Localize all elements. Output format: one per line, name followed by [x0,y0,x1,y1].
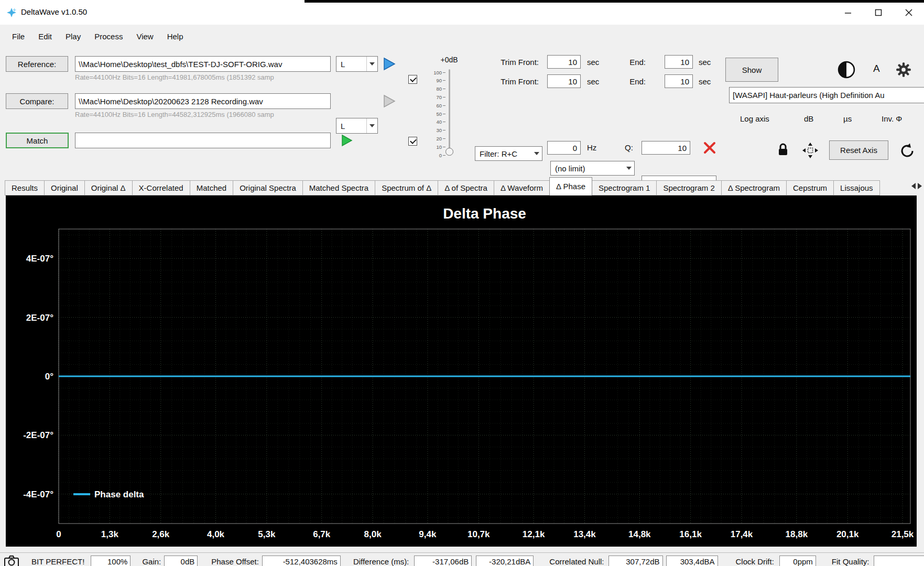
tab-matched[interactable]: Matched [190,180,234,195]
tab-scroll-left-icon[interactable] [911,183,916,189]
notch-clear-button[interactable] [702,140,717,155]
x-tick-label: 21,5k [892,529,914,539]
tab-original-delta[interactable]: Original Δ [84,180,133,195]
trim-end-input-2[interactable]: 10 [665,74,693,88]
x-tick-label: 6,7k [313,529,331,539]
trim-front-input-2[interactable]: 10 [547,74,581,88]
menu-play[interactable]: Play [59,29,88,44]
tab-original-spectra[interactable]: Original Spectra [233,180,303,195]
reset-axis-button[interactable]: Reset Axis [829,140,888,160]
compare-enable-checkbox[interactable] [408,137,417,146]
compare-play-button[interactable] [382,94,396,108]
tab-delta-phase[interactable]: Δ Phase [549,177,592,195]
correlated-null-label: Correlated Null: [549,557,604,566]
trim-front-input-1[interactable]: 10 [547,55,581,69]
compare-info: Rate=44100Hz Bits=16 Length=44582,312925… [75,111,335,119]
maximize-button[interactable] [863,0,894,25]
notch-q-label: Q: [625,143,633,152]
auto-label[interactable]: A [873,63,880,74]
reference-path-input[interactable]: \\Mac\Home\Desktop\test_dbfs\TEST-DJ-SOF… [75,56,331,72]
x-tick-label: 18,8k [786,529,808,539]
refresh-icon[interactable] [899,143,915,159]
delta-phase-chart[interactable]: 01,3k2,6k4,0k5,3k6,7k8,0k9,4k10,7k12,1k1… [6,195,917,547]
tab-results[interactable]: Results [5,180,45,195]
volume-slider-track[interactable] [449,69,450,152]
tab-scroll-right-icon[interactable] [918,183,922,189]
x-tick-label: 16,1k [679,529,702,539]
correlated-null-db-field: 307,72dB [608,556,663,566]
tab-x-correlated[interactable]: X-Correlated [132,180,190,195]
maximize-icon [875,9,882,16]
x-tick-label: 1,3k [101,529,119,539]
limit-select-1[interactable]: (no limit) [550,161,635,176]
chevron-down-icon [369,124,375,127]
statusbar: BIT PERFECT! 100% Gain: 0dB Phase Offset… [0,552,924,566]
match-input[interactable] [75,133,331,148]
close-button[interactable] [894,0,924,25]
trim-end-input-1[interactable]: 10 [665,55,693,69]
tab-matched-spectra[interactable]: Matched Spectra [302,180,375,195]
output-device-select[interactable]: [WASAPI] Haut-parleurs (High Definition … [729,87,924,103]
tab-delta-waveform[interactable]: Δ Waveform [494,180,550,195]
fit-quality-label: Fit Quality: [832,557,869,566]
volume-tick: 60 [422,103,445,108]
menu-file[interactable]: File [5,29,31,44]
match-play-button[interactable] [340,134,353,147]
lock-icon[interactable] [777,142,789,157]
tab-delta-spectrogram[interactable]: Δ Spectrogram [721,180,787,195]
menu-process[interactable]: Process [88,29,129,44]
tab-spectrogram-2[interactable]: Spectrogram 2 [656,180,721,195]
x-tick-label: 9,4k [419,529,437,539]
menu-help[interactable]: Help [160,29,190,44]
gear-icon[interactable] [895,61,912,78]
volume-percent-field: 100% [91,556,131,566]
tab-spectrum-of-delta[interactable]: Spectrum of Δ [375,180,438,195]
trim-front-unit-2: sec [587,77,599,86]
volume-slider-thumb[interactable] [445,148,453,156]
y-tick-label: -2E-07° [23,430,53,440]
tab-original[interactable]: Original [44,180,85,195]
x-tick-label: 2,6k [152,529,170,539]
window-title: DeltaWave v1.0.50 [21,7,87,16]
reference-button[interactable]: Reference: [6,56,68,72]
show-button[interactable]: Show [725,58,778,82]
volume-tick: 30 [422,128,445,133]
reference-info: Rate=44100Hz Bits=16 Length=41981,678005… [75,73,335,82]
contrast-icon[interactable] [838,61,855,79]
filter-select-1[interactable]: Filter: R+C [475,146,542,161]
fit-quality-field [874,556,924,566]
tab-delta-of-spectra[interactable]: Δ of Spectra [438,180,494,195]
tab-scroll-buttons [901,177,924,195]
us-label: µs [843,114,852,123]
reference-channel-select[interactable]: L [336,56,378,72]
tab-spectrogram-1[interactable]: Spectrogram 1 [592,180,657,195]
match-button[interactable]: Match [6,133,69,148]
reference-play-button[interactable] [382,57,396,71]
compare-channel-value: L [341,122,345,130]
gain-field: 0dB [164,556,198,566]
reference-enable-checkbox[interactable] [408,75,417,84]
menu-edit[interactable]: Edit [31,29,59,44]
minimize-button[interactable] [833,0,863,25]
volume-slider: +0dB 1009080706050403020100 [422,50,471,171]
tab-cepstrum[interactable]: Cepstrum [786,180,834,195]
x-tick-label: 0 [56,529,61,539]
chevron-down-icon [369,62,375,66]
compare-path-input[interactable]: \\Mac\Home\Desktop\20200623 2128 Recordi… [75,93,331,109]
volume-tick: 70 [422,94,445,100]
volume-tick: 20 [422,136,445,141]
chevron-down-icon [534,152,539,155]
compare-button[interactable]: Compare: [6,93,68,109]
pan-icon[interactable] [802,142,819,159]
x-tick-label: 8,0k [364,529,382,539]
compare-channel-select[interactable]: L [336,118,378,134]
notch-freq-input[interactable]: 0 [547,141,581,155]
notch-q-input[interactable]: 10 [642,141,690,155]
volume-tick: 80 [422,86,445,92]
tab-lissajous[interactable]: Lissajous [833,180,880,195]
menubar: File Edit Play Process View Help [0,25,924,48]
bit-perfect-status: BIT PERFECT! [31,557,84,566]
camera-icon[interactable] [4,556,19,566]
menu-view[interactable]: View [129,29,160,44]
chevron-down-icon [626,167,632,170]
